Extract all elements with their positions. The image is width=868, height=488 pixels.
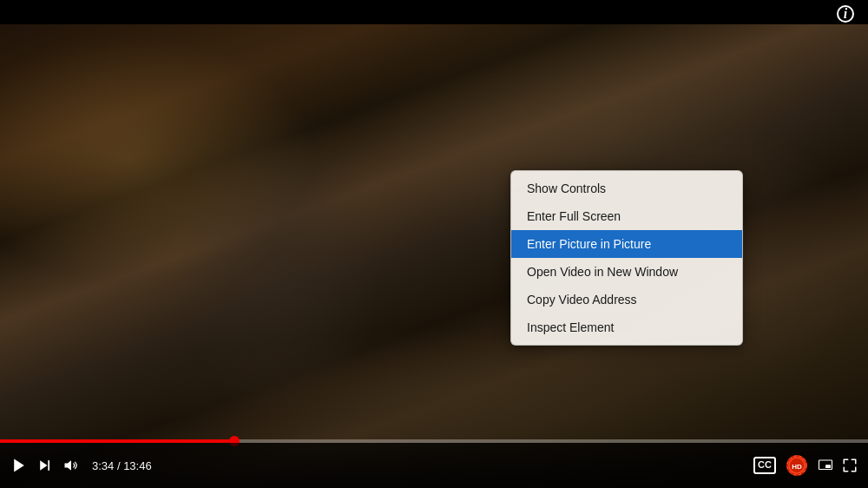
svg-text:HD: HD (792, 463, 802, 471)
context-menu-item-enter-pip[interactable]: Enter Picture in Picture (511, 230, 742, 258)
fullscreen-button[interactable] (842, 458, 858, 473)
letterbox-top (0, 0, 868, 24)
hd-settings-button[interactable]: HD (785, 453, 809, 478)
context-menu-item-copy-video-address[interactable]: Copy Video Address (511, 286, 742, 313)
cc-button[interactable]: CC (753, 457, 776, 473)
svg-marker-3 (65, 460, 72, 471)
svg-rect-9 (825, 465, 831, 468)
controls-bar: 3:34 / 13:46 CC HD (0, 443, 868, 488)
play-button[interactable] (10, 457, 28, 474)
context-menu-item-inspect-element[interactable]: Inspect Element (511, 313, 742, 341)
volume-button[interactable] (62, 457, 80, 474)
time-display: 3:34 / 13:46 (92, 459, 152, 472)
miniplayer-icon (818, 458, 833, 473)
skip-icon (36, 457, 54, 474)
hd-settings-icon: HD (785, 453, 809, 478)
fullscreen-icon (842, 458, 858, 473)
context-menu-item-show-controls[interactable]: Show Controls (511, 175, 742, 202)
context-menu-item-open-new-window[interactable]: Open Video in New Window (511, 258, 742, 286)
context-menu: Show ControlsEnter Full ScreenEnter Pict… (510, 170, 743, 346)
svg-rect-1 (48, 460, 49, 471)
info-icon[interactable]: i (837, 5, 854, 23)
volume-icon (62, 457, 80, 474)
play-icon (10, 457, 28, 474)
skip-button[interactable] (36, 457, 54, 474)
svg-marker-0 (14, 459, 24, 472)
svg-marker-2 (40, 460, 47, 471)
context-menu-item-enter-full-screen[interactable]: Enter Full Screen (511, 202, 742, 230)
miniplayer-button[interactable] (818, 458, 833, 473)
